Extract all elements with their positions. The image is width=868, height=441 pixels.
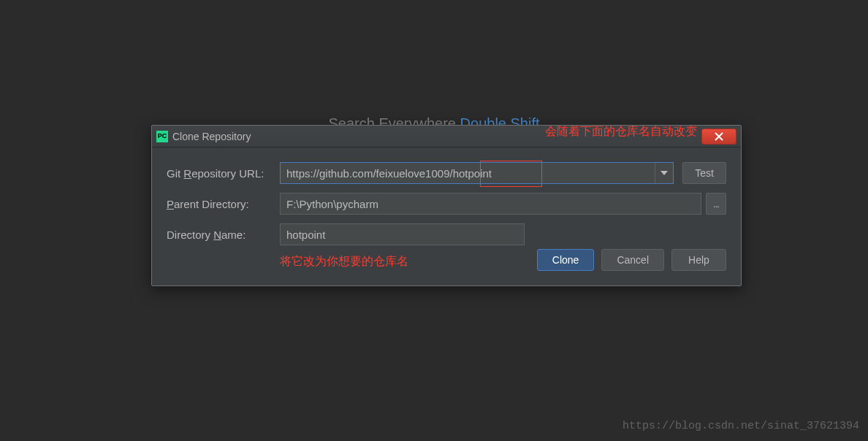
git-repository-url-input[interactable] bbox=[280, 162, 655, 184]
name-label: Directory Name: bbox=[167, 229, 280, 241]
cancel-button[interactable]: Cancel bbox=[601, 249, 664, 271]
help-button[interactable]: Help bbox=[671, 249, 726, 271]
name-row: Directory Name: bbox=[167, 223, 726, 245]
dialog-buttons: Clone Cancel Help bbox=[167, 249, 726, 274]
dialog-body: Git Repository URL: Test Parent Director… bbox=[152, 147, 741, 285]
url-row: Git Repository URL: Test bbox=[167, 162, 726, 184]
close-button[interactable] bbox=[701, 129, 736, 145]
parent-label: Parent Directory: bbox=[167, 198, 280, 210]
parent-row: Parent Directory: ... bbox=[167, 193, 726, 215]
chevron-down-icon bbox=[660, 171, 668, 175]
close-icon bbox=[715, 132, 723, 141]
test-button[interactable]: Test bbox=[682, 162, 726, 184]
directory-name-input[interactable] bbox=[280, 223, 525, 245]
browse-button[interactable]: ... bbox=[706, 193, 726, 215]
pycharm-icon: PC bbox=[156, 131, 168, 142]
clone-repository-dialog: PC Clone Repository 会随着下面的仓库名自动改变 Git Re… bbox=[151, 125, 742, 286]
url-dropdown-button[interactable] bbox=[655, 162, 674, 184]
watermark: https://blog.csdn.net/sinat_37621394 bbox=[623, 420, 859, 432]
clone-button[interactable]: Clone bbox=[537, 249, 595, 271]
url-label: Git Repository URL: bbox=[167, 167, 280, 180]
dialog-titlebar: PC Clone Repository 会随着下面的仓库名自动改变 bbox=[152, 126, 741, 147]
annotation-top: 会随着下面的仓库名自动改变 bbox=[545, 124, 697, 139]
parent-directory-input[interactable] bbox=[280, 193, 701, 215]
